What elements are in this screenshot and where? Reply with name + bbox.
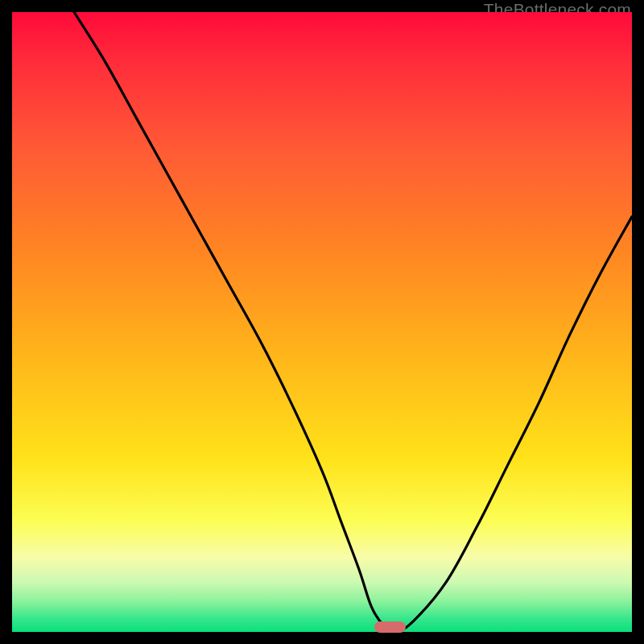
bottleneck-curve — [12, 12, 632, 632]
minimum-marker — [374, 621, 406, 633]
plot-area — [12, 12, 632, 632]
chart-frame: TheBottleneck.com — [0, 0, 644, 644]
